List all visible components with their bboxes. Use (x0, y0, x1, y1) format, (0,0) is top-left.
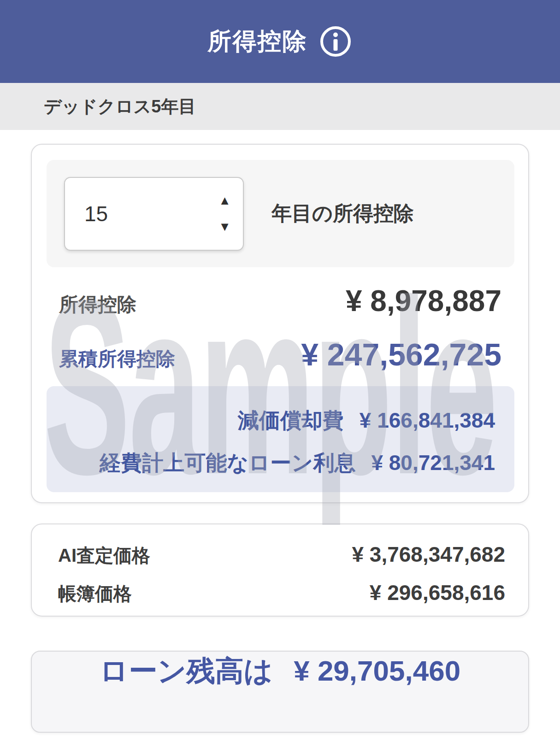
loan-interest-value: ¥ 80,721,341 (371, 450, 495, 475)
book-price-label: 帳簿価格 (58, 581, 132, 606)
price-card: AI査定価格 ¥ 3,768,347,682 帳簿価格 ¥ 296,658,61… (31, 523, 529, 617)
year-suffix-label: 年目の所得控除 (271, 200, 414, 227)
book-price-row: 帳簿価格 ¥ 296,658,616 (58, 580, 505, 606)
dead-cross-label: デッドクロス5年目 (44, 95, 196, 118)
stepper-arrows: ▲ ▼ (218, 177, 231, 251)
ai-price-row: AI査定価格 ¥ 3,768,347,682 (58, 542, 505, 568)
depreciation-value: ¥ 166,841,384 (360, 408, 495, 433)
loan-balance-card: ローン残高は ¥ 29,705,460 (31, 651, 529, 733)
income-deduction-value: ¥ 8,978,887 (346, 284, 501, 318)
expense-detail-box: 減価償却費 ¥ 166,841,384 経費計上可能なローン利息 ¥ 80,72… (47, 386, 514, 492)
header: 所得控除 (0, 0, 560, 83)
income-deduction-row: 所得控除 ¥ 8,978,887 (59, 284, 501, 318)
year-input[interactable] (64, 177, 244, 251)
stepper-down-icon[interactable]: ▼ (218, 221, 231, 233)
depreciation-label: 減価償却費 (238, 406, 344, 435)
year-number-stepper: ▲ ▼ (64, 177, 244, 251)
cumulative-deduction-value: ¥ 247,562,725 (301, 336, 501, 372)
loan-balance-value: ¥ 29,705,460 (294, 654, 460, 687)
breadcrumb-bar: デッドクロス5年目 (0, 83, 560, 130)
income-deduction-label: 所得控除 (59, 292, 136, 318)
ai-price-value: ¥ 3,768,347,682 (352, 542, 505, 567)
depreciation-row: 減価償却費 ¥ 166,841,384 (56, 406, 495, 435)
cumulative-deduction-row: 累積所得控除 ¥ 247,562,725 (59, 336, 501, 372)
page-title: 所得控除 (208, 25, 307, 58)
stepper-up-icon[interactable]: ▲ (218, 194, 231, 207)
info-icon[interactable] (318, 24, 353, 59)
loan-balance-label: ローン残高は (100, 652, 273, 690)
income-deduction-card: ▲ ▼ 年目の所得控除 所得控除 ¥ 8,978,887 累積所得控除 ¥ 24… (31, 144, 529, 503)
cumulative-deduction-label: 累積所得控除 (59, 346, 175, 372)
ai-price-label: AI査定価格 (58, 543, 150, 568)
book-price-value: ¥ 296,658,616 (370, 580, 505, 605)
loan-interest-row: 経費計上可能なローン利息 ¥ 80,721,341 (56, 449, 495, 477)
year-selector-box: ▲ ▼ 年目の所得控除 (47, 160, 514, 267)
loan-interest-label: 経費計上可能なローン利息 (100, 449, 355, 477)
